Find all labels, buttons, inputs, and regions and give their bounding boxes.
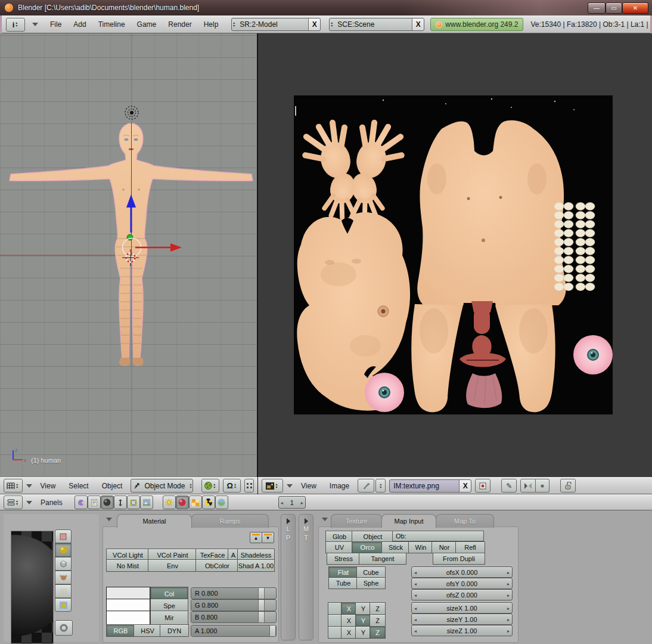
axis-y-row2[interactable]: Y	[355, 626, 371, 639]
coord-uv-button[interactable]: UV	[325, 541, 353, 553]
scene-close-button[interactable]: X	[412, 18, 424, 30]
menu-image[interactable]: Image	[325, 482, 354, 490]
image-name-field[interactable]: IM:texture.png X	[389, 479, 471, 493]
increment-icon[interactable]: ▸	[507, 569, 510, 575]
sizez-field[interactable]: ◂ sizeZ 1.00 ▸	[411, 625, 513, 636]
move-down-button[interactable]: ▼	[262, 532, 274, 543]
tab-map-to[interactable]: Map To	[436, 514, 494, 528]
toggle-shad-a[interactable]: Shad A 1.00	[237, 559, 275, 572]
collapsed-panel-links-pipeline[interactable]: LP	[281, 514, 296, 640]
version-badge[interactable]: www.blender.org 249.2	[430, 18, 523, 31]
preview-sphere-button[interactable]	[55, 543, 72, 557]
preview-sky-button[interactable]	[55, 598, 72, 612]
lock-button[interactable]	[560, 479, 576, 493]
scene-context-button[interactable]	[140, 496, 153, 509]
slider-r[interactable]: R 0.800	[191, 587, 277, 599]
collapse-triangle-icon[interactable]	[26, 501, 32, 504]
coord-stress-button[interactable]: Stress	[327, 553, 361, 565]
mode-selector[interactable]: Object Mode ▴▾	[131, 479, 193, 493]
increment-icon[interactable]: ▸	[507, 605, 510, 611]
draw-tool-button[interactable]: ✎	[501, 479, 517, 493]
close-button[interactable]: ✕	[622, 2, 648, 14]
menu-object[interactable]: Object	[97, 482, 128, 490]
draw-type-button[interactable]: ▴▾	[201, 479, 219, 493]
decrement-icon[interactable]: ◂	[414, 581, 417, 586]
ob-name-field[interactable]: Ob:	[392, 531, 484, 541]
slider-b[interactable]: B 0.800	[191, 611, 277, 623]
menu-help[interactable]: Help	[199, 20, 223, 29]
toggle-env[interactable]: Env	[148, 559, 197, 572]
menu-view[interactable]: View	[36, 482, 61, 490]
sizey-field[interactable]: ◂ sizeY 1.00 ▸	[411, 614, 513, 625]
menu-file[interactable]: File	[45, 20, 66, 29]
proj-tube-button[interactable]: Tube	[328, 577, 358, 589]
texture-collapse-icon[interactable]	[322, 518, 328, 521]
manipulator-toggle-button[interactable]	[244, 479, 254, 493]
shading-context-button[interactable]	[101, 496, 114, 509]
axis-x-row1[interactable]: X	[341, 614, 357, 627]
pane-divider[interactable]	[257, 33, 258, 495]
menu-select[interactable]: Select	[64, 482, 93, 490]
lamp-buttons-button[interactable]	[163, 496, 176, 509]
brush-button[interactable]	[358, 479, 374, 493]
scene-selector[interactable]: ▴▾ SCE:Scene X	[329, 18, 424, 31]
increment-icon[interactable]: ▸	[507, 592, 510, 597]
coord-object-button[interactable]: Object	[352, 531, 394, 543]
decrement-icon[interactable]: ◂	[414, 617, 417, 622]
coord-orco-button[interactable]: Orco	[352, 541, 383, 553]
increment-icon[interactable]: ▸	[507, 581, 510, 586]
tab-ramps[interactable]: Ramps	[191, 514, 269, 528]
collapsed-panel-shaders[interactable]: MT	[299, 514, 313, 640]
preview-hair-button[interactable]	[55, 584, 72, 598]
menu-panels[interactable]: Panels	[36, 499, 67, 507]
pivot-button[interactable]: Ω ▴▾	[223, 479, 241, 493]
material-collapse-icon[interactable]	[106, 518, 112, 521]
material-buttons-button[interactable]	[176, 496, 189, 509]
preview-monkey-button[interactable]	[55, 571, 72, 584]
texture-buttons-button[interactable]	[189, 496, 202, 509]
collapse-triangle-icon[interactable]	[287, 484, 293, 488]
coord-nor-button[interactable]: Nor	[431, 541, 457, 553]
collapse-triangle-icon[interactable]	[32, 23, 38, 26]
window-type-button[interactable]: i ▴▾	[6, 18, 25, 32]
image-browse-button[interactable]: ▴▾	[375, 479, 386, 493]
color-swatch-mir[interactable]	[106, 611, 150, 625]
preview-plane-button[interactable]	[55, 530, 72, 543]
decrement-icon[interactable]: ◂	[281, 500, 283, 505]
object-context-button[interactable]	[114, 496, 127, 509]
menu-view-uv[interactable]: View	[296, 482, 321, 490]
collapse-triangle-icon[interactable]	[26, 484, 32, 488]
axis-z-row0[interactable]: Z	[370, 602, 386, 615]
pack-image-button[interactable]	[475, 479, 490, 493]
channel-mir-button[interactable]: Mir	[150, 611, 188, 625]
world-buttons-button[interactable]	[215, 496, 228, 509]
move-up-button[interactable]: ▲	[250, 532, 262, 543]
sizex-field[interactable]: ◂ sizeX 1.00 ▸	[411, 602, 513, 614]
menu-game[interactable]: Game	[132, 20, 162, 29]
minimize-button[interactable]: —	[588, 2, 606, 14]
viewport-3d[interactable]: z x (1) human	[0, 33, 257, 477]
title-bar[interactable]: Blender [C:\Users\adib\Documents\blender…	[0, 0, 652, 16]
slider-g[interactable]: G 0.800	[191, 599, 277, 611]
editor-type-button-3d[interactable]: ▴▾	[4, 479, 23, 493]
axis-x-row0[interactable]: X	[341, 602, 357, 615]
proj-cube-button[interactable]: Cube	[356, 566, 386, 578]
ofsx-field[interactable]: ◂ ofsX 0.000 ▸	[411, 566, 513, 578]
ofsy-field[interactable]: ◂ ofsY 0.000 ▸	[411, 578, 513, 589]
menu-add[interactable]: Add	[69, 20, 91, 29]
tab-material[interactable]: Material	[117, 514, 192, 528]
editing-context-button[interactable]	[127, 496, 140, 509]
coord-win-button[interactable]: Win	[408, 541, 433, 553]
menu-render[interactable]: Render	[163, 20, 196, 29]
proj-flat-button[interactable]: Flat	[328, 566, 358, 578]
tab-texture[interactable]: Texture	[331, 514, 382, 528]
mode-dyn-button[interactable]: DYN	[160, 624, 189, 637]
editor-type-button-buttons[interactable]: ▴▾	[4, 496, 23, 509]
axis-z-row1[interactable]: Z	[370, 614, 386, 627]
slider-alpha[interactable]: A 1.000	[191, 625, 277, 637]
frame-number-field[interactable]: ◂ 1 ▸	[278, 496, 306, 509]
proj-sphe-button[interactable]: Sphe	[356, 577, 386, 589]
toggle-obcolor[interactable]: ObColor	[195, 559, 239, 572]
editor-type-button-uv[interactable]: ▴▾	[262, 479, 283, 493]
mode-rgb-button[interactable]: RGB	[106, 624, 135, 637]
